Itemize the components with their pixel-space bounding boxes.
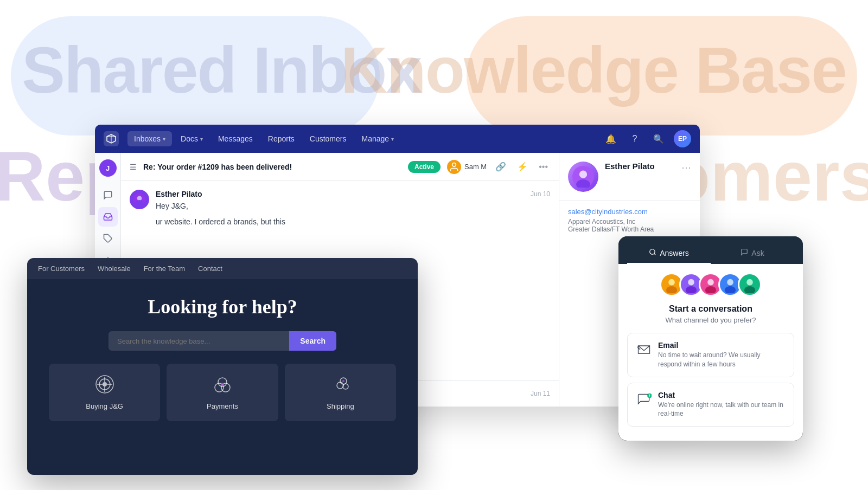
svg-point-27 [337,382,343,389]
link-icon[interactable]: 🔗 [493,159,508,174]
contact-details: Esther Pilato [605,162,675,173]
nav-item-manage[interactable]: Manage ▾ [355,131,400,146]
chat-body: Start a conversation What channel do you… [618,264,803,441]
kb-card-shipping-label: Shipping [327,402,354,410]
chat-heading: Start a conversation [627,304,794,314]
answers-tab-label: Answers [660,249,689,257]
conversation-header: ☰ Re: Your order #1209 has been delivere… [121,153,559,181]
bottom-date: Jun 11 [531,390,550,397]
agent-info: Sam M [447,160,487,174]
svg-point-30 [650,249,655,254]
kb-search-row: Search [108,331,336,351]
chat-option-icon [636,392,652,410]
buying-icon [95,375,114,398]
nav-item-customers[interactable]: Customers [303,131,353,146]
help-button[interactable]: ? [626,130,643,147]
svg-point-36 [688,279,694,286]
inboxes-chevron-icon: ▾ [163,136,165,142]
svg-point-10 [137,196,142,201]
message-greeting: Hey J&G, [156,201,550,212]
conversation-icon: ☰ [130,163,137,171]
svg-point-39 [707,279,714,286]
sidebar-chat-icon[interactable] [98,185,118,205]
nav-item-messages[interactable]: Messages [212,131,259,146]
nav-bar: Inboxes ▾ Docs ▾ Messages Reports Custom… [95,125,700,153]
kb-card-buying[interactable]: Buying J&G [49,364,160,421]
email-option-content: Email No time to wait around? We usually… [658,341,785,369]
status-badge: Active [408,161,441,173]
kb-main: Looking for help? Search B [27,279,418,475]
nav-items: Inboxes ▾ Docs ▾ Messages Reports Custom… [127,131,602,146]
svg-point-28 [343,384,348,389]
chat-option-email[interactable]: Email No time to wait around? We usually… [627,333,794,377]
chat-option-desc: We're online right now, talk with our te… [658,401,785,419]
svg-point-17 [103,382,107,386]
kb-nav-wholesale[interactable]: Wholesale [98,265,131,273]
contact-info: sales@cityindustries.com Apparel Accoust… [559,201,700,240]
svg-point-25 [221,383,224,386]
bg-text-knowledge-base: Knowledge Base [341,33,846,107]
contact-header: Esther Pilato ⋯ [559,153,700,201]
kb-card-payments-label: Payments [207,402,238,410]
message-sender-avatar [130,190,149,209]
contact-company: Apparel Accoustics, Inc [568,218,691,225]
kb-nav-customers[interactable]: For Customers [38,265,85,273]
svg-point-42 [727,279,733,286]
kb-nav-contact[interactable]: Contact [198,265,222,273]
chat-widget: Answers Ask [618,236,803,441]
chat-option-title: Chat [658,391,785,399]
knowledge-base-window: For Customers Wholesale For the Team Con… [27,258,418,475]
svg-point-13 [579,171,587,178]
answers-tab-icon [649,248,656,257]
contact-email[interactable]: sales@cityindustries.com [568,208,691,216]
nav-item-docs[interactable]: Docs ▾ [174,131,209,146]
message-sender-name: Esther Pilato [156,190,202,198]
docs-chevron-icon: ▾ [200,136,203,142]
chat-option-chat[interactable]: Chat We're online right now, talk with o… [627,383,794,427]
chat-agent-avatars [627,273,794,296]
ask-tab-label: Ask [751,249,764,257]
svg-point-33 [668,279,675,286]
nav-item-inboxes[interactable]: Inboxes ▾ [127,131,172,146]
kb-card-payments[interactable]: Payments [167,364,278,421]
more-options-icon[interactable]: ••• [537,160,550,174]
contact-more-button[interactable]: ⋯ [681,162,691,173]
action-icon[interactable]: ⚡ [515,159,530,174]
svg-line-31 [654,254,656,255]
kb-search-input[interactable] [108,331,289,351]
app-logo [104,131,119,146]
svg-point-29 [342,380,344,382]
chat-tabs: Answers Ask [618,236,803,264]
contact-name: Esther Pilato [605,162,675,171]
kb-search-button[interactable]: Search [289,331,336,351]
shipping-icon [330,375,350,398]
nav-item-reports[interactable]: Reports [261,131,301,146]
sidebar-label-icon[interactable] [98,229,118,248]
email-option-desc: No time to wait around? We usually respo… [658,351,785,369]
notifications-button[interactable]: 🔔 [602,130,620,147]
agent-avatar-5 [738,273,762,296]
sidebar-inbox-icon[interactable] [98,207,118,227]
chat-tab-answers[interactable]: Answers [627,243,711,264]
message-text: ur website. I ordered a brands, but this [156,216,550,228]
email-option-title: Email [658,341,785,350]
kb-nav-team[interactable]: For the Team [144,265,185,273]
manage-chevron-icon: ▾ [391,136,394,142]
user-avatar[interactable]: EP [674,130,691,147]
chat-option-content: Chat We're online right now, talk with o… [658,391,785,419]
chat-subheading: What channel do you prefer? [627,316,794,324]
agent-name: Sam M [464,163,487,171]
kb-nav: For Customers Wholesale For the Team Con… [27,258,418,279]
svg-point-49 [649,396,650,396]
kb-card-shipping[interactable]: Shipping [285,364,396,421]
chat-tab-ask[interactable]: Ask [711,243,794,264]
message-item: Esther Pilato Jun 10 Hey J&G, ur website… [130,190,550,228]
contact-photo [568,162,598,192]
message-date: Jun 10 [531,190,550,198]
search-button[interactable]: 🔍 [650,130,667,147]
nav-right: 🔔 ? 🔍 EP [602,130,691,147]
email-option-icon [636,342,652,360]
ask-tab-icon [741,248,748,257]
kb-title: Looking for help? [148,295,297,318]
conversation-title: Re: Your order #1209 has been delivered! [143,163,401,171]
